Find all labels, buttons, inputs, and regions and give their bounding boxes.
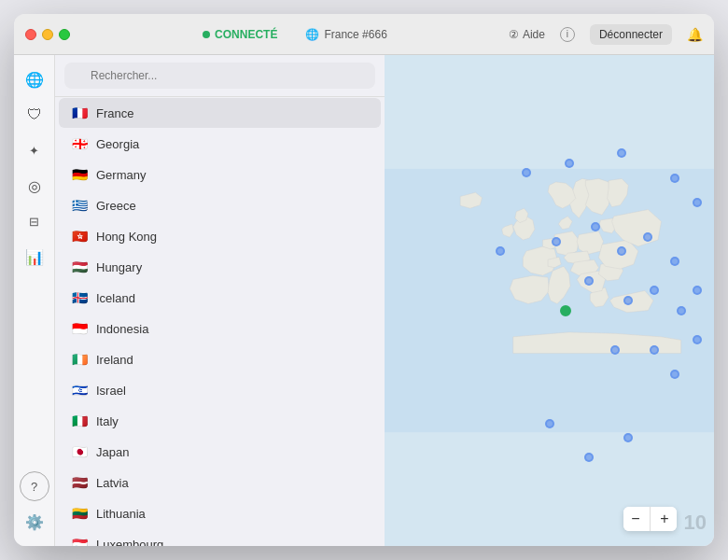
bell-icon[interactable]: 🔔 — [687, 27, 703, 42]
nav-stats[interactable]: 📊 — [20, 242, 49, 272]
nav-specialty[interactable]: ✦ — [20, 135, 49, 165]
nav-meshnet[interactable]: ◎ — [20, 171, 49, 201]
country-flag: 🇮🇩 — [70, 319, 89, 338]
country-item[interactable]: 🇩🇪 Germany — [59, 160, 381, 189]
country-name: Italy — [96, 414, 119, 428]
country-flag: 🇭🇰 — [70, 227, 89, 245]
country-item[interactable]: 🇮🇩 Indonesia — [59, 314, 381, 343]
country-flag: 🇮🇱 — [70, 381, 89, 399]
traffic-lights — [25, 29, 70, 40]
country-item[interactable]: 🇮🇸 Iceland — [59, 283, 381, 313]
titlebar-center: CONNECTÉ 🌐 France #666 — [81, 28, 509, 41]
country-flag: 🇬🇷 — [70, 196, 89, 215]
map-area: − + 10 — [385, 55, 714, 546]
country-flag: 🇱🇹 — [70, 504, 89, 523]
titlebar: CONNECTÉ 🌐 France #666 ② Aide i Déconnec… — [14, 14, 714, 55]
help-label: Aide — [523, 28, 545, 41]
country-name: Indonesia — [96, 322, 148, 336]
country-item[interactable]: 🇭🇺 Hungary — [59, 252, 381, 282]
country-name: Latvia — [96, 476, 129, 490]
country-item[interactable]: 🇬🇪 Georgia — [59, 129, 381, 159]
globe-icon: 🌐 — [305, 28, 319, 41]
country-item[interactable]: 🇱🇺 Luxembourg — [59, 529, 381, 546]
country-name: Hong Kong — [96, 230, 157, 244]
country-flag: 🇮🇪 — [70, 350, 89, 369]
country-flag: 🇮🇹 — [70, 412, 89, 430]
country-flag: 🇯🇵 — [70, 442, 89, 461]
country-name: Greece — [96, 199, 136, 213]
search-input[interactable] — [64, 63, 375, 89]
zoom-plus-button[interactable]: + — [652, 507, 677, 531]
nav-help[interactable]: ? — [20, 471, 49, 501]
country-flag: 🇩🇪 — [70, 165, 89, 184]
country-name: Luxembourg — [96, 538, 163, 547]
info-icon: i — [560, 27, 575, 42]
map-svg — [385, 55, 714, 546]
country-item[interactable]: 🇯🇵 Japan — [59, 437, 381, 467]
country-flag: 🇬🇪 — [70, 134, 89, 153]
zoom-controls: − + — [623, 507, 677, 531]
country-item[interactable]: 🇬🇷 Greece — [59, 190, 381, 220]
connected-label: CONNECTÉ — [215, 28, 277, 41]
svg-rect-0 — [385, 169, 714, 432]
country-name: Hungary — [96, 260, 142, 274]
main-content: 🌐 🛡 ✦ ◎ ⊟ 📊 ? ⚙️ 🔍 🇫🇷 France 🇬🇪 Georgia — [14, 55, 714, 546]
zoom-divider — [650, 507, 651, 531]
country-item[interactable]: 🇮🇪 Ireland — [59, 344, 381, 374]
country-name: Japan — [96, 445, 129, 459]
watermark: 10 — [684, 511, 707, 535]
titlebar-right: ② Aide i Déconnecter 🔔 — [509, 24, 703, 45]
country-name: Ireland — [96, 353, 133, 367]
nav-shield[interactable]: 🛡 — [20, 100, 49, 130]
search-container: 🔍 — [55, 55, 385, 97]
sidebar-content: 🔍 🇫🇷 France 🇬🇪 Georgia 🇩🇪 Germany 🇬🇷 Gre… — [55, 55, 385, 546]
country-name: Georgia — [96, 137, 139, 151]
country-item[interactable]: 🇱🇹 Lithuania — [59, 498, 381, 528]
country-item[interactable]: 🇮🇱 Israel — [59, 375, 381, 405]
connected-badge: CONNECTÉ — [203, 28, 277, 41]
server-label: France #666 — [324, 28, 386, 41]
country-flag: 🇱🇻 — [70, 473, 89, 492]
close-button[interactable] — [25, 29, 36, 40]
nav-settings[interactable]: ⚙️ — [20, 507, 49, 537]
country-flag: 🇮🇸 — [70, 288, 89, 307]
connected-dot — [203, 31, 210, 38]
country-item[interactable]: 🇮🇹 Italy — [59, 406, 381, 436]
search-wrapper: 🔍 — [64, 63, 375, 89]
country-list: 🇫🇷 France 🇬🇪 Georgia 🇩🇪 Germany 🇬🇷 Greec… — [55, 97, 385, 546]
server-info: 🌐 France #666 — [305, 28, 386, 41]
country-flag: 🇭🇺 — [70, 258, 89, 276]
country-name: Iceland — [96, 291, 135, 305]
country-name: Lithuania — [96, 507, 146, 521]
country-flag: 🇱🇺 — [70, 535, 89, 546]
country-name: France — [96, 106, 133, 120]
sidebar-nav: 🌐 🛡 ✦ ◎ ⊟ 📊 ? ⚙️ — [14, 55, 55, 546]
app-window: CONNECTÉ 🌐 France #666 ② Aide i Déconnec… — [14, 14, 714, 546]
zoom-minus-button[interactable]: − — [623, 507, 648, 531]
country-name: Germany — [96, 168, 146, 182]
country-item[interactable]: 🇫🇷 France — [59, 98, 381, 128]
nav-globe[interactable]: 🌐 — [20, 64, 49, 94]
help-button[interactable]: ② Aide — [509, 28, 545, 41]
country-flag: 🇫🇷 — [70, 104, 89, 122]
minimize-button[interactable] — [42, 29, 53, 40]
disconnect-button[interactable]: Déconnecter — [590, 24, 672, 45]
maximize-button[interactable] — [59, 29, 70, 40]
nav-layers[interactable]: ⊟ — [20, 206, 49, 236]
help-icon: ② — [509, 28, 519, 41]
country-name: Israel — [96, 384, 126, 398]
country-item[interactable]: 🇭🇰 Hong Kong — [59, 221, 381, 251]
country-item[interactable]: 🇱🇻 Latvia — [59, 468, 381, 497]
